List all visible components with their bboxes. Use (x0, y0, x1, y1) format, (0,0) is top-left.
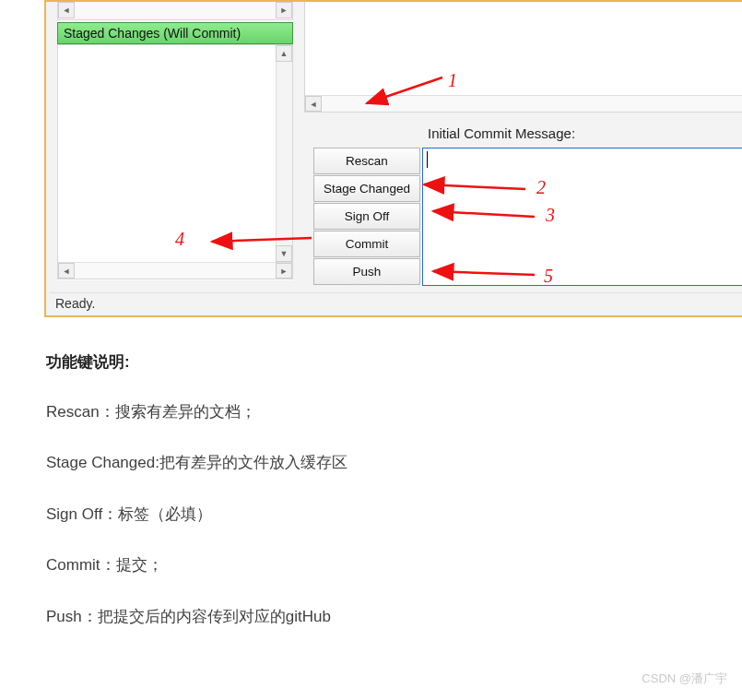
staged-changes-list[interactable]: ▲ ▼ ◄ ► (57, 44, 293, 279)
lower-h-scrollbar[interactable]: ◄ ► (58, 262, 292, 279)
scroll-down-icon[interactable]: ▼ (276, 245, 292, 262)
push-button[interactable]: Push (313, 258, 420, 285)
desc-rescan: Rescan：搜索有差异的文档； (46, 400, 724, 424)
v-scrollbar-track[interactable] (276, 45, 292, 262)
sign-off-button[interactable]: Sign Off (313, 203, 420, 230)
rescan-button[interactable]: Rescan (313, 148, 420, 174)
diff-view-pane: ◄ (304, 2, 742, 113)
watermark: CSDN @潘广宇 (642, 670, 727, 687)
status-bar: Ready. (50, 292, 742, 314)
commit-message-textarea[interactable] (422, 148, 742, 286)
git-gui-window: ◄ ► Staged Changes (Will Commit) ▲ ▼ ◄ ►… (44, 0, 742, 317)
scroll-track[interactable] (75, 2, 276, 19)
scroll-right-icon[interactable]: ► (276, 263, 292, 279)
desc-sign-off: Sign Off：标签（必填） (46, 503, 724, 527)
commit-button[interactable]: Commit (313, 231, 420, 257)
scroll-left-icon[interactable]: ◄ (305, 96, 322, 112)
text-cursor (427, 151, 428, 168)
scroll-right-icon[interactable]: ► (276, 2, 292, 18)
diff-h-scrollbar[interactable]: ◄ (305, 95, 742, 112)
scroll-track[interactable] (75, 263, 276, 279)
desc-stage-changed: Stage Changed:把有差异的文件放入缓存区 (46, 451, 724, 475)
explanation-article: 功能键说明: Rescan：搜索有差异的文档； Stage Changed:把有… (46, 350, 724, 656)
staged-changes-pane: ◄ ► Staged Changes (Will Commit) ▲ ▼ ◄ ► (57, 2, 293, 280)
staged-changes-header: Staged Changes (Will Commit) (57, 22, 293, 44)
scroll-up-icon[interactable]: ▲ (276, 45, 292, 62)
article-heading: 功能键说明: (46, 350, 724, 374)
stage-changed-button[interactable]: Stage Changed (313, 175, 420, 202)
scroll-left-icon[interactable]: ◄ (58, 2, 75, 18)
action-button-column: Rescan Stage Changed Sign Off Commit Pus… (313, 148, 420, 285)
scroll-left-icon[interactable]: ◄ (58, 263, 75, 279)
desc-commit: Commit：提交； (46, 553, 724, 577)
upper-h-scrollbar[interactable]: ◄ ► (57, 2, 293, 20)
commit-message-label: Initial Commit Message: (428, 125, 575, 141)
desc-push: Push：把提交后的内容传到对应的gitHub (46, 605, 724, 629)
